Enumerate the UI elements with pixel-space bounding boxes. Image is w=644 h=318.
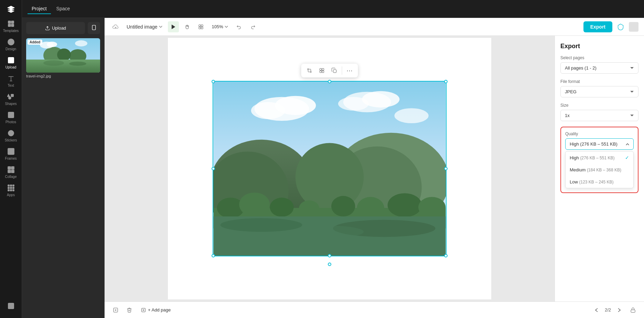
export-title: Export bbox=[560, 43, 638, 50]
canvas-topbar: Untitled image bbox=[105, 18, 644, 36]
handle-bottom-center[interactable] bbox=[328, 254, 331, 257]
svg-rect-43 bbox=[201, 27, 203, 29]
redo-btn[interactable] bbox=[247, 21, 258, 32]
page-indicator: 2/2 bbox=[605, 307, 611, 312]
quality-option-low[interactable]: Low (123 KB – 245 KB) bbox=[566, 176, 633, 188]
sidebar-item-settings[interactable] bbox=[6, 299, 16, 312]
tab-space[interactable]: Space bbox=[52, 4, 74, 14]
trash-btn[interactable] bbox=[124, 305, 135, 316]
handle-mid-left[interactable] bbox=[212, 167, 215, 170]
sidebar-item-collage[interactable]: Collage bbox=[0, 163, 22, 181]
sidebar-item-text-label: Text bbox=[8, 84, 14, 87]
sidebar-item-upload[interactable]: Upload bbox=[0, 54, 22, 72]
svg-rect-15 bbox=[8, 170, 10, 173]
quality-high-text: High (276 KB – 551 KB) bbox=[570, 155, 614, 160]
svg-point-74 bbox=[296, 226, 364, 238]
quality-dropdown-trigger[interactable]: High (276 KB – 551 KB) bbox=[565, 138, 634, 150]
svg-rect-7 bbox=[11, 94, 13, 97]
quality-high-range: (276 KB – 551 KB) bbox=[580, 156, 614, 160]
quality-option-high[interactable]: High (276 KB – 551 KB) ✓ bbox=[566, 151, 633, 164]
play-tool-btn[interactable] bbox=[168, 21, 179, 32]
quality-options-list: High (276 KB – 551 KB) ✓ Medium (184 KB … bbox=[565, 151, 634, 188]
svg-rect-44 bbox=[320, 68, 322, 70]
delete-frame-btn[interactable] bbox=[110, 305, 121, 316]
svg-point-72 bbox=[221, 218, 302, 232]
selected-image[interactable]: ··· bbox=[213, 81, 447, 256]
svg-rect-16 bbox=[11, 170, 14, 173]
sidebar-item-shapes[interactable]: Shapes bbox=[0, 90, 22, 108]
sidebar-item-design[interactable]: Design bbox=[0, 35, 22, 54]
export-button[interactable]: Export bbox=[583, 21, 612, 32]
svg-point-10 bbox=[8, 130, 14, 136]
file-format-dropdown[interactable]: JPEG bbox=[560, 86, 638, 97]
svg-point-56 bbox=[395, 108, 429, 123]
shield-icon[interactable] bbox=[615, 21, 626, 32]
svg-rect-41 bbox=[201, 25, 203, 26]
quality-option-medium[interactable]: Medium (184 KB – 368 KB) bbox=[566, 164, 633, 176]
svg-point-55 bbox=[338, 97, 369, 111]
handle-top-center[interactable] bbox=[328, 80, 331, 83]
svg-point-35 bbox=[69, 62, 86, 66]
handle-top-left[interactable] bbox=[212, 80, 215, 83]
sidebar-item-apps-label: Apps bbox=[7, 193, 15, 197]
svg-rect-40 bbox=[199, 25, 201, 26]
sidebar-item-text[interactable]: Text bbox=[0, 72, 22, 90]
sidebar-item-photos[interactable]: Photos bbox=[0, 108, 22, 127]
upload-button[interactable]: Upload bbox=[26, 22, 85, 34]
svg-point-38 bbox=[75, 40, 87, 46]
sidebar-item-stickers[interactable]: Stickers bbox=[0, 127, 22, 145]
add-page-btn[interactable]: + Add page bbox=[138, 305, 174, 315]
lock-btn[interactable] bbox=[627, 305, 638, 316]
svg-rect-20 bbox=[8, 187, 9, 189]
handle-mid-right[interactable] bbox=[444, 167, 448, 170]
zoom-value: 105% bbox=[212, 24, 223, 29]
canvas-export-row: Page 2 bbox=[105, 36, 644, 301]
svg-rect-3 bbox=[11, 24, 13, 26]
canvas-page: Page 2 bbox=[168, 38, 491, 299]
select-pages-group: Select pages All pages (1 - 2) bbox=[560, 55, 638, 74]
next-page-btn[interactable] bbox=[614, 305, 625, 316]
sidebar-item-apps[interactable]: Apps bbox=[0, 181, 22, 200]
undo-btn[interactable] bbox=[234, 21, 245, 32]
sidebar-item-templates[interactable]: Templates bbox=[0, 17, 22, 35]
more-btn[interactable]: ··· bbox=[344, 65, 355, 76]
prev-page-btn[interactable] bbox=[591, 305, 602, 316]
added-badge: Added bbox=[28, 40, 42, 45]
handle-top-right[interactable] bbox=[444, 80, 448, 83]
quality-check-icon: ✓ bbox=[625, 155, 629, 160]
hand-tool-btn[interactable] bbox=[182, 21, 193, 32]
svg-rect-42 bbox=[199, 27, 201, 29]
svg-rect-27 bbox=[92, 25, 95, 30]
quality-low-label: Low bbox=[570, 179, 578, 184]
quality-low-text: Low (123 KB – 245 KB) bbox=[570, 179, 614, 184]
handle-rotate[interactable] bbox=[328, 263, 331, 266]
grid-btn[interactable] bbox=[316, 65, 328, 76]
size-dropdown[interactable]: 1x bbox=[560, 110, 638, 121]
canvas-column: Untitled image bbox=[105, 18, 644, 318]
thumbnail-item[interactable]: Added travel-img2.jpg bbox=[26, 38, 100, 78]
upload-panel: Upload bbox=[22, 18, 105, 318]
export-panel: Export Select pages All pages (1 - 2) Fi… bbox=[555, 36, 644, 301]
sidebar-item-templates-label: Templates bbox=[3, 29, 19, 33]
logo[interactable] bbox=[0, 3, 22, 17]
zoom-control[interactable]: 105% bbox=[209, 23, 231, 31]
duplicate-btn[interactable] bbox=[329, 65, 340, 76]
svg-rect-24 bbox=[10, 190, 12, 191]
handle-bottom-left[interactable] bbox=[212, 254, 215, 257]
quality-group: Quality High (276 KB – 551 KB) High bbox=[560, 127, 638, 193]
tab-project[interactable]: Project bbox=[28, 4, 51, 14]
svg-rect-46 bbox=[320, 71, 322, 73]
sidebar-item-frames[interactable]: Frames bbox=[0, 145, 22, 163]
handle-bottom-right[interactable] bbox=[444, 254, 448, 257]
svg-point-65 bbox=[270, 198, 293, 217]
device-btn[interactable] bbox=[88, 22, 100, 34]
avatar[interactable] bbox=[629, 22, 638, 32]
page-title-btn[interactable]: Untitled image bbox=[124, 23, 165, 31]
thumbnail-image[interactable]: Added bbox=[26, 38, 100, 73]
svg-rect-25 bbox=[12, 190, 14, 191]
select-pages-dropdown[interactable]: All pages (1 - 2) bbox=[560, 62, 638, 74]
crop-btn[interactable] bbox=[304, 65, 315, 76]
add-page-label: + Add page bbox=[148, 307, 171, 312]
sidebar-item-frames-label: Frames bbox=[5, 157, 17, 160]
view-tool-btn[interactable] bbox=[195, 21, 206, 32]
